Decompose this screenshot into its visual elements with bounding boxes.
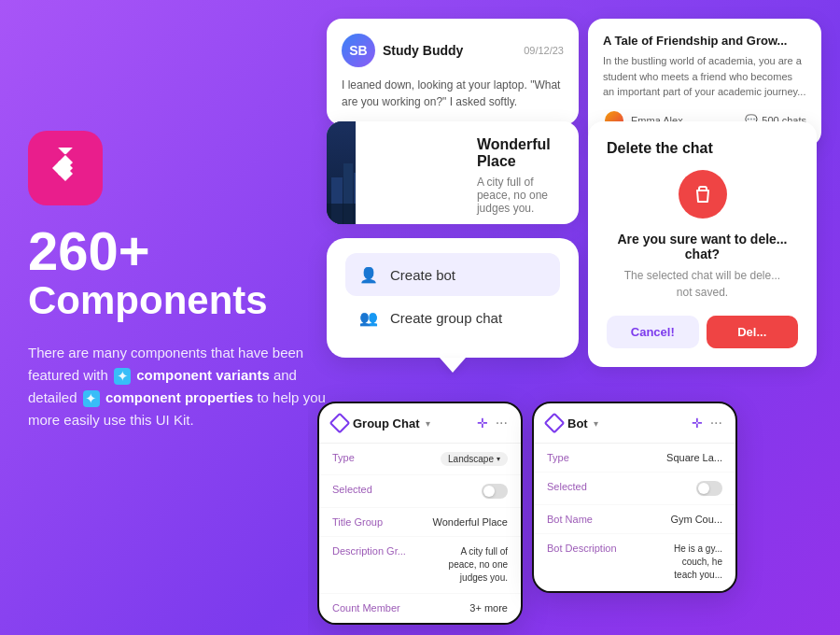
group-props-title: Group Chat (353, 416, 420, 430)
bot-props-title: Bot (567, 416, 588, 430)
bot-props-card: Bot ▾ ✛ ··· Type Square La... Selected B… (532, 402, 737, 593)
delete-card: Delete the chat Are you sure want to del… (588, 121, 817, 367)
card-header: SB Study Buddy 09/12/23 (342, 34, 564, 67)
chip2-label: component properties (105, 389, 253, 405)
tale-title: A Tale of Friendship and Grow... (603, 34, 806, 48)
bot-props-header-right: ✛ ··· (692, 415, 722, 431)
bot-diamond-icon (544, 413, 566, 434)
wonderful-desc: A city full of peace, no one judges you. (477, 176, 564, 215)
wonderful-title: Wonderful Place (477, 136, 564, 170)
chip-icon-1: ✦ (114, 368, 131, 385)
prop-value-title-group: Wonderful Place (432, 516, 508, 528)
bot-prop-label-type: Type (547, 452, 569, 463)
study-buddy-card: SB Study Buddy 09/12/23 I leaned down, l… (327, 19, 579, 125)
group-props-header: Group Chat ▾ ✛ ··· (319, 403, 521, 444)
bot-prop-label-name: Bot Name (547, 514, 593, 525)
svg-rect-11 (327, 204, 356, 224)
bot-cross-icon: ✛ (692, 416, 703, 430)
bot-props-chevron: ▾ (594, 418, 598, 429)
wonderful-content: Wonderful Place A city full of peace, no… (356, 121, 579, 224)
create-bot-label: Create bot (390, 267, 455, 283)
create-group-item[interactable]: 👥 Create group chat (345, 296, 560, 339)
prop-label-type: Type (332, 452, 355, 463)
create-bot-item[interactable]: 👤 Create bot (345, 253, 560, 296)
bot-prop-value-desc: He is a gy...couch, heteach you... (674, 543, 722, 582)
prop-value-count: 3+ more (469, 602, 508, 614)
avatar: SB (342, 34, 375, 67)
prop-label-title-group: Title Group (332, 516, 383, 528)
svg-rect-0 (56, 148, 75, 155)
card-text: I leaned down, looking at your laptop. "… (342, 77, 564, 110)
cancel-button[interactable]: Cancel! (607, 316, 699, 348)
cross-icon: ✛ (477, 416, 488, 430)
delete-buttons: Cancel! Del... (607, 316, 798, 348)
prop-row-selected: Selected (319, 475, 521, 508)
bot-prop-row-desc: Bot Description He is a gy...couch, hete… (534, 534, 735, 591)
bot-prop-row-type: Type Square La... (534, 444, 735, 473)
bot-prop-value-type: Square La... (666, 452, 722, 463)
prop-label-selected: Selected (332, 484, 372, 495)
app-icon (28, 131, 103, 205)
bot-dots-icon: ··· (710, 415, 722, 431)
prop-label-desc: Description Gr... (332, 545, 406, 557)
tale-desc: In the bustling world of academia, you a… (603, 53, 806, 100)
create-bot-icon: 👤 (358, 264, 379, 285)
create-group-label: Create group chat (390, 310, 502, 326)
dots-icon: ··· (496, 415, 508, 431)
toggle-selected[interactable] (482, 484, 508, 499)
bot-prop-row-selected: Selected (534, 473, 735, 505)
bot-prop-row-name: Bot Name Gym Cou... (534, 505, 735, 534)
bot-prop-label-selected: Selected (547, 481, 587, 492)
card-title: Study Buddy (383, 43, 463, 58)
cards-area: SB Study Buddy 09/12/23 I leaned down, l… (308, 0, 840, 635)
create-card: 👤 Create bot 👥 Create group chat (327, 238, 579, 358)
description-text: There are many components that have been… (28, 342, 345, 431)
chip1-label: component variants (136, 367, 270, 383)
city-image (327, 121, 356, 224)
group-props-card: Group Chat ▾ ✛ ··· Type Landscape ▾ Sele… (317, 402, 523, 625)
delete-title: Delete the chat (607, 140, 798, 157)
delete-button[interactable]: Del... (707, 316, 799, 348)
delete-sub: The selected chat will be dele...not sav… (607, 267, 798, 301)
bot-props-header-left: Bot ▾ (547, 416, 598, 430)
group-props-chevron: ▾ (426, 418, 430, 429)
prop-row-type: Type Landscape ▾ (319, 444, 521, 475)
delete-confirm: Are you sure want to dele...chat? (607, 232, 798, 261)
props-header-left: Group Chat ▾ (332, 416, 430, 430)
chip-icon-2: ✦ (83, 390, 100, 407)
prop-label-count: Count Member (332, 602, 400, 614)
diamond-icon (329, 413, 351, 434)
avatar-group: SB Study Buddy (342, 34, 463, 67)
props-header-right: ✛ ··· (477, 415, 508, 431)
prop-row-desc: Description Gr... A city full ofpeace, n… (319, 537, 521, 594)
bot-prop-label-desc: Bot Description (547, 543, 617, 554)
prop-row-title-group: Title Group Wonderful Place (319, 508, 521, 537)
bot-toggle-selected[interactable] (696, 481, 722, 496)
bot-prop-value-name: Gym Cou... (670, 514, 722, 525)
card-date: 09/12/23 (524, 45, 564, 56)
create-group-icon: 👥 (358, 307, 379, 328)
card-arrow (440, 358, 466, 373)
wonderful-card: Wonderful Place A city full of peace, no… (327, 121, 579, 224)
prop-value-type: Landscape ▾ (441, 452, 508, 466)
prop-value-desc: A city full ofpeace, no onejudges you. (449, 545, 508, 585)
delete-icon-wrap (679, 170, 727, 219)
prop-row-count: Count Member 3+ more (319, 594, 521, 623)
bot-props-header: Bot ▾ ✛ ··· (534, 403, 735, 444)
